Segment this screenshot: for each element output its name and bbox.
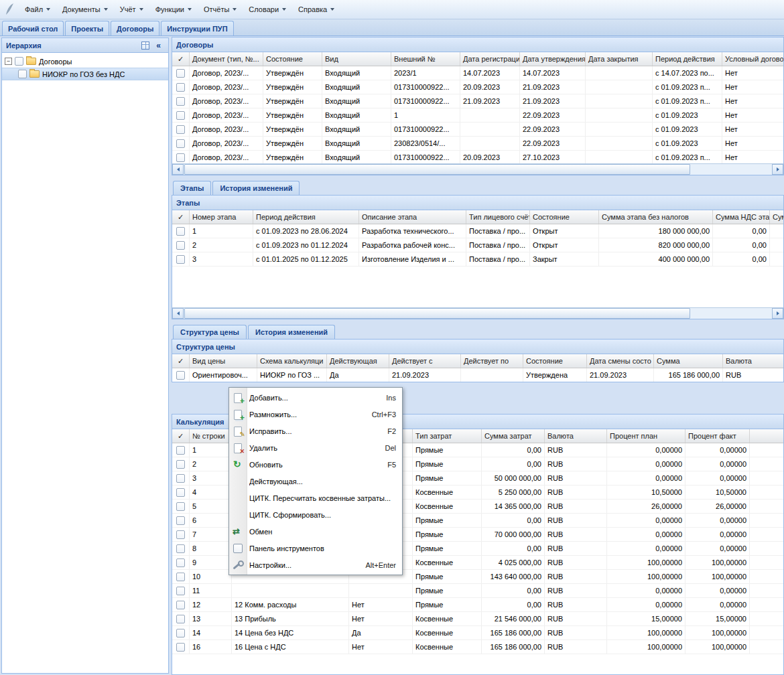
col-header-cost-sum[interactable]: Сумма затрат [482,429,545,443]
menubar-item[interactable]: Словари [243,3,292,15]
scrollbar-thumb[interactable] [184,308,690,319]
row-checkbox[interactable] [176,69,185,78]
row-checkbox[interactable] [176,573,185,581]
stage-row[interactable]: 3 с 01.01.2025 по 01.12.2025 Изготовлени… [172,252,783,267]
contract-row[interactable]: Договор, 2023/... Утверждён Входящий 1 2… [172,108,783,123]
col-header-percent-plan[interactable]: Процент план [607,429,685,443]
col-header-state[interactable]: Состояние [530,210,599,224]
menubar-item[interactable]: Документы [56,3,114,15]
col-header-vat-sum[interactable]: Сумма НДС этапа [713,210,770,224]
select-column-header[interactable]: ✓ [172,210,190,224]
col-header-sum-extra[interactable]: Сумм... [770,210,783,224]
collapse-panel-icon[interactable] [153,40,164,51]
contract-row[interactable]: Договор, 2023/... Утверждён Входящий 202… [172,66,783,80]
col-header-cost-type[interactable]: Тип затрат [413,429,482,443]
col-header-sum[interactable]: Сумма [654,354,723,368]
stage-row[interactable]: 2 с 01.09.2023 по 01.12.2024 Разработка … [172,238,783,252]
calculation-row[interactable]: 12 12 Комм. расходы Нет Прямые 0,00 RUB … [172,598,783,612]
row-checkbox[interactable] [176,643,185,652]
col-header-close-date[interactable]: Дата закрытия [586,52,653,66]
col-header-state-change-date[interactable]: Дата смены состо [587,354,654,368]
tree-node-checkbox[interactable] [15,57,23,66]
menu-item[interactable]: Добавить... Ins [229,389,402,406]
row-checkbox[interactable] [176,615,185,623]
contract-row[interactable]: Договор, 2023/... Утверждён Входящий 017… [172,80,783,94]
stage-row[interactable]: 1 с 01.09.2023 по 28.06.2024 Разработка … [172,224,783,238]
col-header-extra[interactable] [750,429,783,443]
menubar-item[interactable]: Функции [149,3,198,15]
tree-node-child[interactable]: НИОКР по ГОЗ без НДС [2,68,168,80]
row-checkbox[interactable] [176,227,185,236]
col-header-state[interactable]: Состояние [263,52,322,66]
calculation-row[interactable]: 11 Прямые 0,00 RUB 0,00000 0,00000 [172,584,783,598]
contract-row[interactable]: Договор, 2023/... Утверждён Входящий 017… [172,151,783,163]
row-checkbox[interactable] [176,587,185,595]
menu-item[interactable]: Обновить F5 [229,456,402,473]
scroll-left-icon[interactable] [172,164,184,175]
section-tab[interactable]: История изменений [248,325,335,339]
row-checkbox[interactable] [176,601,185,609]
select-column-header[interactable]: ✓ [172,354,190,368]
document-tab[interactable]: Проекты [65,21,109,35]
col-header-calc-scheme[interactable]: Схема калькуляци [257,354,327,368]
col-header-sum-no-tax[interactable]: Сумма этапа без налогов [599,210,713,224]
col-header-description[interactable]: Описание этапа [359,210,466,224]
menubar-item[interactable]: Справка [292,3,340,15]
row-checkbox[interactable] [176,371,185,380]
section-tab[interactable]: Структура цены [173,325,247,339]
tree-expander-icon[interactable] [5,58,12,65]
section-tab[interactable]: Этапы [173,181,211,195]
menu-item[interactable]: Удалить Del [229,439,402,456]
scrollbar-thumb[interactable] [184,164,690,175]
row-checkbox[interactable] [176,83,185,92]
menu-item[interactable]: Панель инструментов [229,540,402,556]
col-header-account-type[interactable]: Тип лицевого счёт [466,210,530,224]
col-header-valid-from[interactable]: Действует с [389,354,461,368]
calculation-row[interactable]: 13 13 Прибыль Нет Косвенные 21 546 000,0… [172,612,783,626]
col-header-stage-no[interactable]: Номер этапа [190,210,253,224]
row-checkbox[interactable] [176,153,185,162]
col-header-currency[interactable]: Валюта [723,354,783,368]
row-checkbox[interactable] [176,488,185,497]
row-checkbox[interactable] [176,629,185,638]
col-header-approve-date[interactable]: Дата утверждения [520,52,586,66]
col-header-state[interactable]: Состояние [523,354,587,368]
calculation-row[interactable]: 16 16 Цена с НДС Нет Косвенные 165 186 0… [172,640,783,654]
menu-item[interactable]: ЦИТК. Пересчитать косвенные затраты... [229,490,402,506]
col-header-period[interactable]: Период действия [253,210,359,224]
menu-item[interactable]: Действующая... [229,473,402,490]
horizontal-scrollbar[interactable] [172,307,783,319]
section-tab[interactable]: История изменений [212,181,300,195]
menu-item[interactable]: Исправить... F2 [229,423,402,439]
row-checkbox[interactable] [176,97,185,106]
menu-item[interactable]: Обмен [229,523,402,540]
row-checkbox[interactable] [176,544,185,553]
scroll-right-icon[interactable] [772,308,783,319]
document-tab[interactable]: Рабочий стол [2,21,64,35]
row-checkbox[interactable] [176,474,185,483]
horizontal-scrollbar[interactable] [172,163,783,175]
row-checkbox[interactable] [176,558,185,567]
col-header-percent-fact[interactable]: Процент факт [685,429,750,443]
select-column-header[interactable]: ✓ [172,52,190,66]
columns-icon[interactable] [139,40,151,51]
menubar-item[interactable]: Файл [19,3,56,15]
scroll-right-icon[interactable] [772,164,783,175]
row-checkbox[interactable] [176,446,185,455]
row-checkbox[interactable] [176,139,185,148]
row-checkbox[interactable] [176,460,185,469]
menubar-item[interactable]: Учёт [114,3,149,15]
contract-row[interactable]: Договор, 2023/... Утверждён Входящий 017… [172,123,783,137]
row-checkbox[interactable] [176,255,185,264]
col-header-price-kind[interactable]: Вид цены [190,354,257,368]
col-header-valid-to[interactable]: Действует по [461,354,523,368]
col-header-document[interactable]: Документ (тип, №... [190,52,263,66]
contract-row[interactable]: Договор, 2023/... Утверждён Входящий 230… [172,137,783,151]
col-header-currency[interactable]: Валюта [545,429,607,443]
price-row[interactable]: Ориентировоч... НИОКР по ГОЗ ... Да 21.0… [172,368,783,382]
row-checkbox[interactable] [176,502,185,511]
tree-node-checkbox[interactable] [18,70,27,78]
row-checkbox[interactable] [176,125,185,134]
col-header-line-no[interactable]: № строки [190,429,232,443]
menu-item[interactable]: Размножить... Ctrl+F3 [229,406,402,423]
